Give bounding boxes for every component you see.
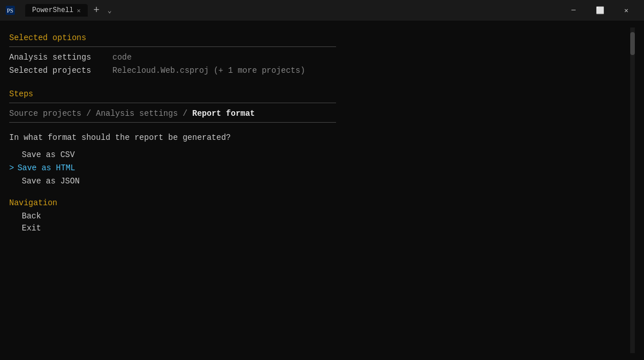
analysis-settings-key: Analysis settings [9,52,112,64]
analysis-settings-value: code [112,52,132,64]
menu-item-json[interactable]: Save as JSON [9,175,628,188]
selected-projects-value: Relecloud.Web.csproj (+ 1 more projects) [112,65,305,77]
minimize-button[interactable]: — [560,0,587,21]
tab-close-button[interactable]: ✕ [77,7,81,14]
divider-3 [9,122,336,123]
steps-header: Steps [9,88,628,100]
svg-text:PS: PS [7,7,13,14]
nav-item-exit[interactable]: Exit [9,222,628,234]
breadcrumb-report-format: Report format [192,109,255,118]
menu-item-html-label: Save as HTML [17,162,75,174]
analysis-settings-row: Analysis settings code [9,52,628,64]
menu-items-list: Save as CSV > Save as HTML Save as JSON [9,148,628,188]
selected-projects-row: Selected projects Relecloud.Web.csproj (… [9,65,628,77]
divider-2 [9,103,336,103]
close-button[interactable]: ✕ [613,0,639,21]
navigation-header: Navigation [9,197,628,209]
new-tab-button[interactable]: + [90,5,103,15]
breadcrumb-sep2: / [178,109,192,118]
tab-dropdown-button[interactable]: ⌄ [105,6,114,15]
nav-back-label: Back [22,212,41,221]
breadcrumb-analysis-settings: Analysis settings [96,109,178,118]
divider-1 [9,46,336,47]
selected-projects-key: Selected projects [9,65,112,77]
terminal-content: Selected options Analysis settings code … [9,28,628,353]
menu-item-csv[interactable]: Save as CSV [9,148,628,162]
titlebar: PS PowerShell ✕ + ⌄ — ⬜ ✕ [0,0,644,21]
menu-item-html[interactable]: > Save as HTML [9,162,628,175]
maximize-button[interactable]: ⬜ [587,0,613,21]
scrollbar-thumb [630,32,635,55]
tab-bar: PowerShell ✕ + ⌄ [25,4,114,17]
nav-exit-label: Exit [22,224,41,233]
steps-breadcrumb: Source projects / Analysis settings / Re… [9,108,628,120]
nav-item-back[interactable]: Back [9,210,628,222]
window: PS PowerShell ✕ + ⌄ — ⬜ ✕ Selected optio… [0,0,644,360]
selected-arrow-icon: > [9,162,14,174]
tab-powershell[interactable]: PowerShell ✕ [25,4,88,17]
scrollbar[interactable] [630,28,635,353]
breadcrumb-sep1: / [81,109,96,118]
menu-item-csv-label: Save as CSV [22,149,75,161]
window-controls: — ⬜ ✕ [560,0,639,21]
powershell-icon: PS [5,5,16,16]
question-text: In what format should the report be gene… [9,132,628,144]
menu-item-json-label: Save as JSON [22,175,80,187]
breadcrumb-source-projects: Source projects [9,109,81,118]
tab-label: PowerShell [32,6,73,14]
selected-options-header: Selected options [9,32,628,44]
terminal: Selected options Analysis settings code … [0,21,644,360]
